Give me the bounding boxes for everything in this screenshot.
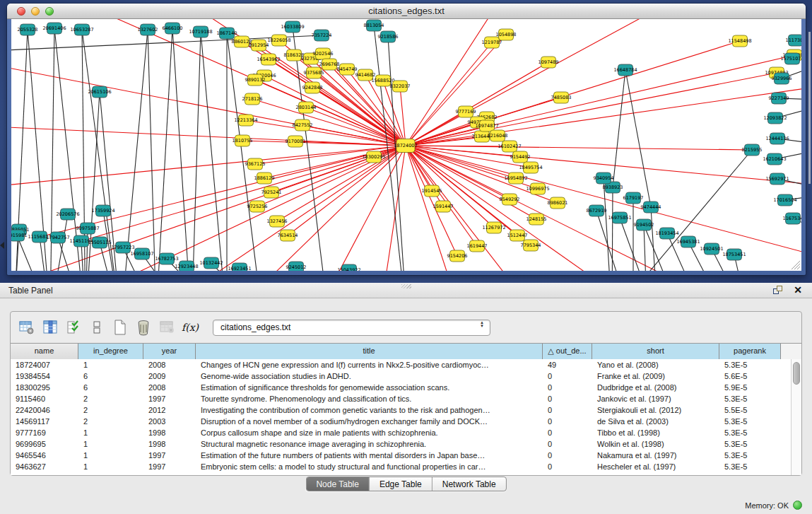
table-cell[interactable]: Estimation of significance thresholds fo… — [196, 382, 543, 393]
graph-edge[interactable] — [11, 125, 406, 146]
graph-node[interactable]: 10719188 — [189, 26, 212, 37]
graph-edge[interactable] — [227, 33, 262, 271]
table-cell[interactable]: Wolkin et al. (1998) — [592, 438, 719, 450]
table-cell[interactable]: 2 — [78, 416, 143, 427]
table-cell[interactable]: 1998 — [143, 427, 196, 438]
tab-node-table[interactable]: Node Table — [306, 477, 370, 491]
table-cell[interactable]: Changes of HCN gene expression and I(f) … — [196, 359, 543, 370]
graph-node[interactable]: 12923448 — [175, 261, 198, 271]
table-cell[interactable]: 14569117 — [11, 416, 78, 427]
graph-edge[interactable] — [406, 146, 801, 259]
graph-node[interactable]: 17016504 — [773, 194, 796, 206]
graph-edge[interactable] — [406, 42, 492, 146]
graph-node[interactable]: 8549292 — [500, 194, 520, 205]
graph-node[interactable]: 15692971 — [765, 173, 789, 185]
table-cell[interactable]: 18724007 — [11, 359, 78, 370]
table-cell[interactable]: Yano et al. (2008) — [592, 359, 719, 370]
table-panel-header[interactable]: Table Panel ✕ — [0, 283, 812, 298]
graph-node[interactable]: 2136448 — [472, 131, 493, 142]
graph-node[interactable]: 9329966 — [772, 73, 792, 84]
graph-edge[interactable] — [406, 19, 704, 146]
graph-node[interactable]: 2696768 — [319, 59, 340, 70]
graph-edge[interactable] — [121, 30, 148, 271]
table-cell[interactable]: 0 — [543, 393, 592, 404]
table-cell[interactable]: Disruption of a novel member of a sodium… — [196, 416, 543, 427]
table-cell[interactable]: 5.3E-5 — [719, 393, 781, 404]
table-row[interactable]: 969969511998Structural magnetic resonanc… — [11, 438, 791, 450]
graph-node[interactable]: 1867140 — [217, 28, 237, 39]
delete-column-button[interactable] — [133, 317, 154, 338]
new-column-button[interactable] — [110, 317, 131, 338]
graph-node[interactable]: 20206576 — [56, 209, 79, 220]
table-cell[interactable]: 5.3E-5 — [719, 438, 781, 450]
graph-node[interactable]: 1810755 — [233, 135, 253, 146]
table-options-button[interactable] — [16, 317, 37, 338]
table-cell[interactable]: 0 — [543, 427, 592, 438]
table-cell[interactable]: 2003 — [143, 416, 196, 427]
table-cell[interactable]: 5.3E-5 — [719, 427, 781, 438]
table-cell[interactable]: 1997 — [143, 393, 196, 404]
graph-node[interactable]: 10924501 — [700, 243, 723, 255]
table-cell[interactable]: 2 — [78, 393, 143, 404]
graph-edge[interactable] — [40, 146, 406, 237]
graph-node[interactable]: 9170081 — [286, 136, 306, 147]
table-select-dropdown[interactable]: citations_edges.txt ▲▼ — [213, 320, 490, 336]
graph-node[interactable]: 18193454 — [655, 228, 678, 239]
graph-node[interactable]: 8215955 — [742, 144, 763, 156]
table-cell[interactable]: 22420046 — [11, 404, 78, 416]
table-cell[interactable]: Genome-wide association studies in ADHD. — [196, 370, 543, 382]
table-scrollbar[interactable] — [791, 359, 801, 475]
graph-edge[interactable] — [201, 32, 227, 271]
network-canvas[interactable]: 1872400788601288912954182260581654396281… — [11, 19, 801, 271]
table-cell[interactable]: 18300295 — [11, 382, 78, 393]
graph-edge[interactable] — [625, 70, 651, 207]
graph-node[interactable]: 1914545 — [422, 185, 442, 197]
graph-node[interactable]: 11548498 — [728, 35, 751, 47]
graph-node[interactable]: 1167534 — [783, 213, 801, 224]
graph-node[interactable]: 12093822 — [763, 112, 787, 124]
column-header-short[interactable]: short — [592, 344, 719, 359]
graph-node[interactable]: 16033809 — [281, 21, 304, 33]
sidebar-collapse-arrow-icon[interactable] — [0, 242, 4, 249]
graph-node[interactable]: 8860128 — [232, 36, 252, 47]
graph-node[interactable]: 8427552 — [293, 119, 313, 131]
table-cell[interactable]: 5.3E-5 — [719, 461, 781, 472]
graph-node[interactable]: 1619447 — [467, 240, 488, 252]
graph-node[interactable]: 8322037 — [390, 81, 411, 92]
graph-node[interactable]: 1117304 — [786, 35, 801, 46]
table-cell[interactable]: 0 — [543, 370, 592, 382]
select-columns-button[interactable] — [63, 317, 84, 338]
table-row[interactable]: 911546021997Tourette syndrome. Phenomeno… — [11, 393, 791, 404]
table-cell[interactable]: 0 — [543, 461, 592, 472]
table-row[interactable]: 2242004622012Investigating the contribut… — [11, 404, 791, 416]
graph-node[interactable]: 90975887 — [76, 223, 99, 234]
graph-node[interactable]: 9414682 — [355, 69, 376, 81]
graph-node[interactable]: 7795344 — [521, 240, 541, 251]
graph-node[interactable]: 1248155 — [526, 214, 547, 225]
graph-node[interactable]: 20691406 — [42, 23, 66, 34]
window-titlebar[interactable]: citations_edges.txt — [7, 4, 806, 19]
graph-node[interactable]: 9777169 — [456, 106, 476, 117]
graph-node[interactable]: 9227349 — [769, 93, 789, 104]
table-cell[interactable]: Dudbridge et al. (2008) — [592, 382, 719, 393]
network-graph[interactable]: 1872400788601288912954182260581654396281… — [11, 19, 801, 271]
graph-node[interactable]: 9154206 — [447, 250, 468, 262]
table-row[interactable]: 1872400712008Changes of HCN gene express… — [11, 359, 791, 370]
table-cell[interactable]: 0 — [543, 382, 592, 393]
table-cell[interactable]: Corpus callosum shape and size in male p… — [196, 427, 543, 438]
table-cell[interactable]: de Silva et al. (2003) — [592, 416, 719, 427]
table-cell[interactable]: Stergiakouli et al. (2012) — [592, 404, 719, 416]
graph-node[interactable]: 8813054 — [364, 20, 384, 31]
graph-node[interactable]: 17942757 — [46, 232, 69, 243]
table-cell[interactable]: 0 — [543, 404, 592, 416]
graph-node[interactable]: 9474444 — [641, 201, 661, 213]
graph-node[interactable]: 9242848 — [302, 82, 323, 93]
graph-node[interactable]: 9890132 — [245, 74, 266, 86]
table-row[interactable]: 946554611997Estimation of the future num… — [11, 450, 791, 461]
graph-edge[interactable] — [11, 146, 406, 271]
table-cell[interactable]: Nakamura et al. (1997) — [592, 450, 719, 461]
table-cell[interactable]: 2012 — [143, 404, 196, 416]
table-row[interactable]: 1830029562008Estimation of significance … — [11, 382, 791, 393]
table-cell[interactable]: 9465546 — [11, 450, 78, 461]
graph-node[interactable]: 16923451 — [228, 263, 251, 271]
